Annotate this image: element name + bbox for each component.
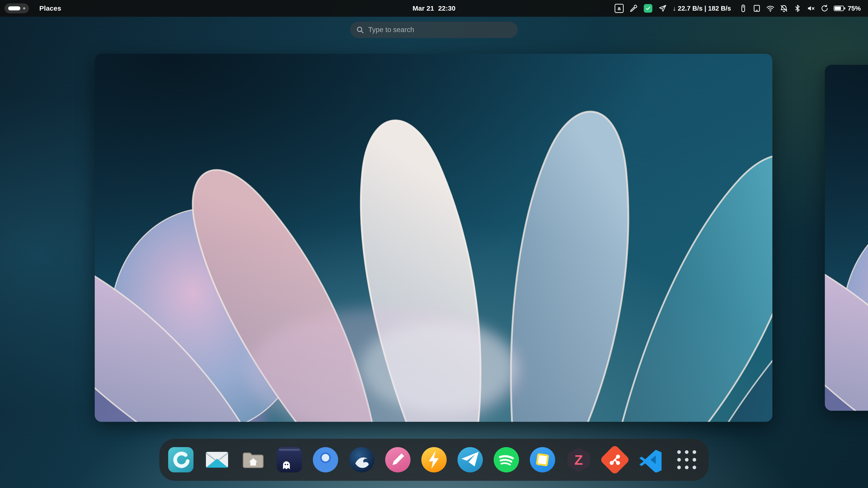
dock-vscode[interactable] [638,443,664,477]
dock-spotify[interactable] [493,443,520,477]
z-editor-icon: Z [566,447,591,473]
tablet-icon [752,4,761,13]
mail-icon [204,447,230,473]
date-label: Mar 21 [412,4,434,12]
volume-muted-icon [807,4,815,13]
gnome-overview: Places Mar 21 22:30 a [0,0,868,488]
notifications-off-icon [779,4,788,13]
workspace-preview-current[interactable] [95,54,772,422]
file-manager-icon [241,447,266,473]
dock-pen-app[interactable] [384,443,411,477]
battery-percent-label: 75% [848,5,861,12]
input-method-a-icon: a [615,4,624,13]
dock-swirl-app[interactable] [167,443,194,477]
dock-git-client[interactable] [601,443,628,477]
dock: Z [159,439,709,481]
dock-z-editor[interactable]: Z [565,443,592,477]
workspace-inactive-dot [23,7,25,9]
z-editor-glyph: Z [575,452,583,468]
pen-app-icon [385,447,410,473]
wifi-icon [766,4,775,13]
places-menu[interactable]: Places [36,2,65,14]
app-grid-icon [677,450,697,470]
system-tray: a [614,4,667,13]
telegram-icon [458,447,483,473]
dock-ghost-terminal[interactable] [276,443,303,477]
chromium-icon [313,447,338,473]
search-input[interactable] [368,26,512,34]
wallpaper-image [825,65,868,411]
show-apps-button[interactable] [674,443,701,477]
git-icon [599,445,630,475]
clock-button[interactable]: Mar 21 22:30 [411,0,457,17]
top-bar: Places Mar 21 22:30 a [0,0,868,17]
workspace-indicator[interactable] [4,3,29,13]
search-bar [350,22,518,38]
bluetooth-icon [793,4,802,13]
dock-photos-app[interactable] [529,443,556,477]
ghost-terminal-icon [277,447,302,473]
network-speed-indicator[interactable]: ↓ 22.7 B/s | 182 B/s [673,5,731,12]
caffeine-icon [820,4,829,13]
input-method-indicator[interactable]: a [614,4,624,13]
vscode-icon [638,447,664,473]
green-app-tray-button[interactable] [643,4,653,13]
search-icon [356,26,364,34]
dragon-browser-icon [349,447,374,473]
quick-settings-button[interactable]: 75% [737,2,863,14]
top-bar-left: Places [4,2,65,14]
workspace-active-pill [8,6,20,10]
wallpaper-image [95,54,772,422]
dock-mail-app[interactable] [204,443,230,477]
battery-indicator: 75% [834,5,861,12]
mouse-icon [739,4,748,13]
telegram-tray-button[interactable] [658,4,667,13]
photos-app-icon [530,447,555,473]
dock-chromium-browser[interactable] [312,443,339,477]
swirl-app-icon [168,447,193,473]
dock-telegram[interactable] [457,443,484,477]
dock-lightning-app[interactable] [421,443,447,477]
green-app-icon [644,4,652,13]
dock-file-manager[interactable] [240,443,267,477]
color-picker-icon [629,4,638,13]
spotify-icon [494,447,519,473]
dock-dragon-browser[interactable] [348,443,375,477]
top-bar-right: a ↓ 2 [614,2,863,14]
workspace-preview-next[interactable] [825,65,868,411]
telegram-tray-icon [658,4,667,13]
color-picker-tray-button[interactable] [629,4,638,13]
battery-icon [834,5,845,11]
time-label: 22:30 [438,4,456,12]
lightning-icon [421,447,447,473]
